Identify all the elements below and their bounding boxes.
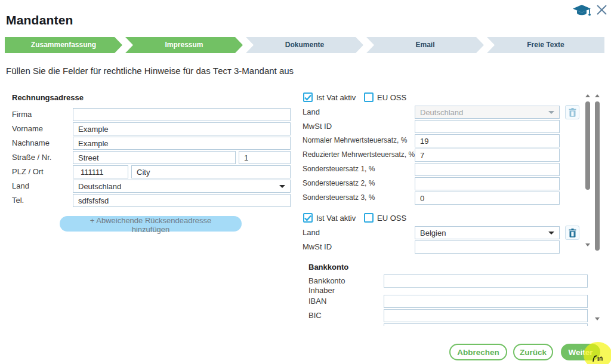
graduation-cap-icon [573, 10, 592, 20]
billing-address-heading: Rechnungsadresse [12, 93, 84, 102]
scrollbar-thumb[interactable] [585, 101, 590, 190]
close-button[interactable] [596, 4, 607, 18]
eu-oss-checkbox-2[interactable] [364, 213, 374, 223]
clipped-input [384, 323, 588, 326]
rate-input-special-3[interactable] [415, 192, 560, 205]
close-icon [596, 7, 607, 17]
rate-label-special-1: Sondersteuersatz 1, % [303, 165, 375, 173]
vorname-input[interactable] [73, 122, 291, 135]
check-icon [304, 215, 311, 221]
step-zusammenfassung[interactable]: Zusammenfassung [5, 37, 122, 53]
land-select-value: Deutschland [78, 182, 121, 191]
firma-label: Firma [12, 110, 32, 119]
trash-icon [569, 229, 576, 237]
nachname-label: Nachname [12, 138, 50, 147]
bank-owner-input[interactable] [384, 274, 588, 288]
form-instruction: Füllen Sie die Felder für rechtliche Hin… [6, 66, 294, 76]
rate-label-normal: Normaler Mehrwertsteuersatz, % [303, 136, 407, 144]
delete-vat-country-button-1[interactable] [565, 105, 579, 119]
strasse-input[interactable] [73, 151, 236, 164]
vat-land-value-2: Belgien [420, 229, 446, 237]
vat-list-scrollbar[interactable] [585, 93, 591, 248]
scroll-down-icon[interactable] [595, 317, 600, 320]
vat-active-label-2: Ist Vat aktiv [316, 214, 356, 223]
trash-icon [569, 108, 576, 117]
nachname-input[interactable] [73, 137, 291, 150]
step-freie-texte[interactable]: Freie Texte [487, 37, 604, 53]
eu-oss-label-1: EU OSS [377, 93, 406, 102]
step-impressum[interactable]: Impressum [125, 37, 243, 53]
delete-vat-country-button-2[interactable] [565, 226, 579, 240]
bic-label: BIC [308, 311, 322, 320]
mwst-id-label-1: MwSt ID [303, 122, 332, 131]
scrollbar-thumb[interactable] [595, 101, 600, 251]
plz-ort-label: PLZ / Ort [12, 167, 44, 176]
bank-owner-label: Bankkonto Inhaber [308, 276, 357, 295]
mwst-id-input-1[interactable] [415, 120, 560, 133]
vat-land-select-2[interactable]: Belgien [415, 226, 560, 239]
land-label: Land [12, 181, 29, 190]
mwst-id-label-2: MwSt ID [303, 242, 332, 251]
back-button[interactable]: Zurück [513, 344, 553, 360]
firma-input[interactable] [73, 108, 291, 121]
rate-input-special-1[interactable] [415, 163, 560, 176]
vat-active-checkbox-1[interactable] [303, 92, 313, 102]
wizard-steps: Zusammenfassung Impressum Dokumente Emai… [5, 37, 604, 53]
hausnummer-input[interactable] [239, 151, 291, 164]
scroll-up-icon[interactable] [585, 94, 590, 97]
rate-label-special-3: Sondersteuersatz 3, % [303, 193, 375, 202]
tel-label: Tel. [12, 196, 24, 205]
scroll-up-icon[interactable] [595, 94, 600, 97]
rate-input-special-2[interactable] [415, 177, 560, 190]
land-select[interactable]: Deutschland [73, 180, 291, 193]
tel-input[interactable] [73, 194, 291, 207]
vat-land-select-1[interactable]: Deutschland [415, 106, 560, 119]
next-button[interactable]: Weiter [561, 344, 600, 360]
step-dokumente[interactable]: Dokumente [246, 37, 363, 53]
chevron-down-icon [548, 111, 554, 114]
strasse-label: Straße / Nr. [12, 153, 51, 162]
eu-oss-label-2: EU OSS [377, 214, 406, 223]
rate-input-reduced[interactable] [415, 149, 560, 162]
vat-land-value-1: Deutschland [420, 108, 463, 117]
vat-land-label-1: Land [303, 107, 320, 116]
vorname-label: Vorname [12, 124, 43, 133]
panel-scrollbar[interactable] [594, 93, 600, 322]
bic-input[interactable] [384, 309, 588, 322]
add-return-address-button[interactable]: + Abweichende Rücksendeadresse hinzufüge… [60, 216, 242, 232]
page-title: Mandanten [6, 13, 73, 27]
check-icon [304, 94, 311, 101]
vat-active-checkbox-2[interactable] [303, 213, 313, 223]
iban-label: IBAN [308, 297, 326, 306]
ort-input[interactable] [131, 165, 291, 178]
rate-input-normal[interactable] [415, 134, 560, 147]
rate-label-special-2: Sondersteuersatz 2, % [303, 179, 375, 187]
mwst-id-input-2[interactable] [415, 240, 560, 254]
chevron-down-icon [279, 185, 285, 188]
eu-oss-checkbox-1[interactable] [364, 92, 374, 102]
step-email[interactable]: Email [366, 37, 484, 53]
iban-input[interactable] [384, 295, 588, 308]
rate-label-reduced: Reduzierter Mehrwertsteuersatz, % [303, 150, 415, 159]
bank-section-heading: Bankkonto [308, 263, 348, 272]
chevron-down-icon [548, 232, 554, 235]
mandanten-dialog: Mandanten Zusammenfassung Impressum Doku… [0, 0, 611, 364]
scroll-down-icon[interactable] [585, 243, 590, 246]
academy-help-button[interactable] [573, 4, 592, 20]
cancel-button[interactable]: Abbrechen [449, 344, 507, 360]
vat-land-label-2: Land [303, 228, 320, 237]
vat-active-label-1: Ist Vat aktiv [316, 93, 356, 102]
plz-input[interactable] [73, 165, 128, 178]
